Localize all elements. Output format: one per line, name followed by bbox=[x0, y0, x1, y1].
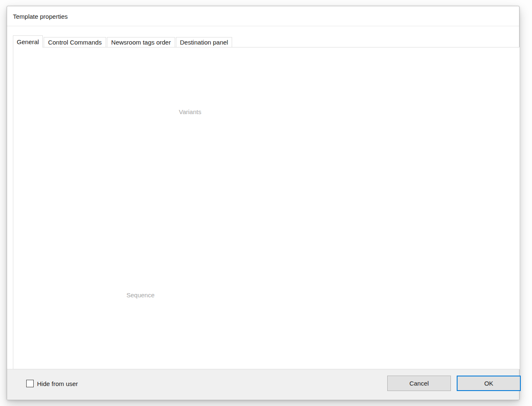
template-properties-dialog: Template properties General Control Comm… bbox=[7, 6, 520, 400]
hide-from-user-checkbox[interactable] bbox=[26, 380, 34, 387]
tab-control-commands[interactable]: Control Commands bbox=[44, 37, 106, 47]
cancel-button[interactable]: Cancel bbox=[387, 376, 451, 391]
variants-group-label: Variants bbox=[177, 108, 203, 115]
sequence-group-label: Sequence bbox=[124, 291, 157, 299]
tab-destination-panel[interactable]: Destination panel bbox=[176, 37, 232, 47]
tab-general[interactable]: General bbox=[13, 35, 43, 47]
ok-button[interactable]: OK bbox=[457, 376, 521, 391]
title-bar: Template properties bbox=[7, 6, 519, 26]
dialog-title: Template properties bbox=[13, 13, 68, 20]
tab-page-general bbox=[13, 47, 520, 369]
hide-from-user-label: Hide from user bbox=[37, 380, 78, 388]
tab-newsroom-tags-order[interactable]: Newsroom tags order bbox=[107, 37, 175, 47]
